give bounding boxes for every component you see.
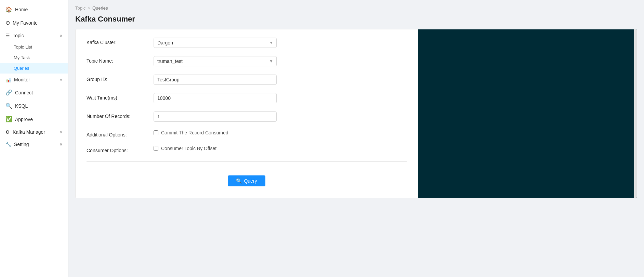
topic-icon: ☰ <box>5 33 10 38</box>
breadcrumb-current: Queries <box>92 5 108 11</box>
form-panel: Kafka Cluster: Dargon Cluster2 Cluster3 … <box>75 29 637 198</box>
query-search-icon: 🔍 <box>236 178 242 184</box>
favorite-icon: ⊙ <box>5 19 10 26</box>
sidebar-item-approve[interactable]: ✅ Approve <box>0 113 68 126</box>
sidebar-group-topic[interactable]: ☰ Topic ∧ <box>0 29 68 42</box>
consumer-options-label: Consumer Options: <box>87 146 148 153</box>
topic-list-label: Topic List <box>14 44 32 50</box>
topic-name-control: truman_test topic1 topic2 ▼ <box>154 56 277 66</box>
connect-icon: 🔗 <box>5 89 12 96</box>
sidebar-group-monitor-label: Monitor <box>14 77 30 82</box>
kafka-cluster-label: Kafka Cluster: <box>87 38 148 45</box>
monitor-chevron-icon: ∨ <box>60 77 63 82</box>
sidebar: 🏠 Home ⊙ My Favorite ☰ Topic ∧ Topic Lis… <box>0 0 68 277</box>
group-id-input[interactable] <box>154 75 277 85</box>
group-id-control <box>154 75 277 85</box>
consumer-offset-checkbox-row: Consumer Topic By Offset <box>154 146 277 151</box>
kafka-manager-chevron-icon: ∨ <box>60 130 63 134</box>
my-task-label: My Task <box>14 55 30 60</box>
sidebar-item-connect[interactable]: 🔗 Connect <box>0 86 68 99</box>
wait-time-row: Wait Time(ms): <box>87 93 407 103</box>
kafka-cluster-select-wrapper: Dargon Cluster2 Cluster3 ▼ <box>154 38 277 48</box>
additional-options-label: Additional Options: <box>87 130 148 137</box>
query-button-label: Query <box>244 178 257 184</box>
monitor-icon: 📊 <box>5 77 11 82</box>
result-panel <box>418 29 637 198</box>
sidebar-item-ksql[interactable]: 🔍 KSQL <box>0 99 68 113</box>
content-area: Topic > Queries Kafka Consumer Kafka Clu… <box>68 0 644 277</box>
wait-time-input[interactable] <box>154 93 277 103</box>
main-content: Topic > Queries Kafka Consumer Kafka Clu… <box>68 0 644 277</box>
topic-name-label: Topic Name: <box>87 56 148 64</box>
topic-chevron-icon: ∧ <box>60 33 63 38</box>
breadcrumb-separator: > <box>88 5 90 11</box>
setting-icon: 🔧 <box>5 142 11 147</box>
ksql-icon: 🔍 <box>5 103 12 109</box>
sidebar-item-my-favorite-label: My Favorite <box>13 20 38 26</box>
sidebar-group-setting[interactable]: 🔧 Setting ∨ <box>0 138 68 150</box>
breadcrumb: Topic > Queries <box>75 5 637 11</box>
kafka-cluster-row: Kafka Cluster: Dargon Cluster2 Cluster3 … <box>87 38 407 48</box>
home-icon: 🏠 <box>5 6 12 13</box>
sidebar-item-topic-list[interactable]: Topic List <box>0 42 68 52</box>
topic-name-select-wrapper: truman_test topic1 topic2 ▼ <box>154 56 277 66</box>
setting-chevron-icon: ∨ <box>60 142 63 147</box>
sidebar-item-my-task[interactable]: My Task <box>0 52 68 63</box>
consumer-offset-checkbox[interactable] <box>154 146 158 151</box>
sidebar-item-home[interactable]: 🏠 Home <box>0 3 68 16</box>
num-records-input[interactable] <box>154 111 277 122</box>
page-title: Kafka Consumer <box>75 15 637 24</box>
approve-icon: ✅ <box>5 116 12 122</box>
breadcrumb-parent[interactable]: Topic <box>75 5 86 11</box>
sidebar-item-connect-label: Connect <box>15 90 33 95</box>
sidebar-item-home-label: Home <box>15 7 28 12</box>
commit-record-checkbox-row: Commit The Record Consumed <box>154 130 277 135</box>
additional-options-row: Additional Options: Commit The Record Co… <box>87 130 407 137</box>
wait-time-control <box>154 93 277 103</box>
sidebar-group-kafka-manager[interactable]: ⚙ Kafka Manager ∨ <box>0 126 68 138</box>
sidebar-item-ksql-label: KSQL <box>15 103 28 109</box>
num-records-row: Number Of Records: <box>87 111 407 122</box>
topic-name-row: Topic Name: truman_test topic1 topic2 ▼ <box>87 56 407 66</box>
result-scrollbar[interactable] <box>634 29 637 198</box>
consumer-offset-label[interactable]: Consumer Topic By Offset <box>161 146 216 151</box>
commit-record-checkbox[interactable] <box>154 130 158 135</box>
query-button-row: 🔍 Query <box>87 169 407 190</box>
group-id-label: Group ID: <box>87 75 148 82</box>
form-divider <box>87 161 407 162</box>
wait-time-label: Wait Time(ms): <box>87 93 148 101</box>
queries-label: Queries <box>14 66 29 71</box>
consumer-options-row: Consumer Options: Consumer Topic By Offs… <box>87 146 407 153</box>
topic-name-select[interactable]: truman_test topic1 topic2 <box>154 56 277 66</box>
kafka-manager-icon: ⚙ <box>5 129 10 135</box>
sidebar-group-kafka-manager-label: Kafka Manager <box>13 129 45 135</box>
num-records-control <box>154 111 277 122</box>
group-id-row: Group ID: <box>87 75 407 85</box>
kafka-cluster-select[interactable]: Dargon Cluster2 Cluster3 <box>154 38 277 48</box>
kafka-cluster-control: Dargon Cluster2 Cluster3 ▼ <box>154 38 277 48</box>
query-button[interactable]: 🔍 Query <box>228 175 265 186</box>
num-records-label: Number Of Records: <box>87 111 148 119</box>
sidebar-item-approve-label: Approve <box>15 117 33 122</box>
commit-record-label[interactable]: Commit The Record Consumed <box>161 130 228 135</box>
form-section: Kafka Cluster: Dargon Cluster2 Cluster3 … <box>76 29 418 198</box>
sidebar-group-setting-label: Setting <box>14 142 29 147</box>
sidebar-item-queries[interactable]: Queries <box>0 63 68 74</box>
sidebar-item-my-favorite[interactable]: ⊙ My Favorite <box>0 16 68 29</box>
additional-options-control: Commit The Record Consumed <box>154 130 277 135</box>
consumer-options-control: Consumer Topic By Offset <box>154 146 277 151</box>
sidebar-group-monitor[interactable]: 📊 Monitor ∨ <box>0 74 68 86</box>
sidebar-group-topic-label: Topic <box>13 33 24 38</box>
sidebar-topic-children: Topic List My Task Queries <box>0 42 68 74</box>
